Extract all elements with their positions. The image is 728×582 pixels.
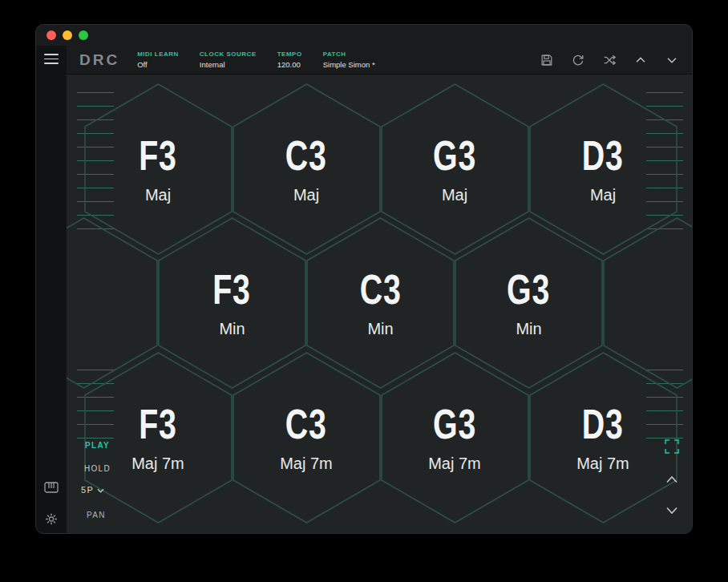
octave-down-chevron-icon[interactable] <box>665 504 678 514</box>
clock-source-value: Internal <box>200 60 257 69</box>
next-patch-chevron-down-icon[interactable] <box>665 53 679 67</box>
pad-chord: Maj 7m <box>428 455 481 473</box>
save-patch-icon[interactable] <box>540 53 554 67</box>
pad-note: G3 <box>433 132 476 180</box>
patch-label: PATCH <box>323 51 375 58</box>
chord-pad-f3-maj7m[interactable]: F3 Maj 7m <box>84 352 233 523</box>
pad-note: C3 <box>285 401 327 448</box>
app-logo: DRC <box>79 51 119 69</box>
settings-gear-icon[interactable] <box>45 512 59 526</box>
chevron-down-icon <box>97 485 104 495</box>
pad-note: F3 <box>213 266 252 313</box>
pad-note: G3 <box>507 266 550 313</box>
sidebar <box>36 46 67 533</box>
pad-note: G3 <box>433 401 476 448</box>
midi-learn-value: Off <box>137 60 179 69</box>
pad-note: F3 <box>139 132 177 180</box>
pad-note: D3 <box>582 401 624 448</box>
keyboard-icon[interactable] <box>44 482 59 493</box>
pad-chord: Maj 7m <box>576 455 629 473</box>
close-window-button[interactable] <box>47 30 56 40</box>
patch-value: Simple Simon * <box>323 60 375 69</box>
pad-note: C3 <box>285 132 327 180</box>
pad-chord: Maj 7m <box>280 455 333 473</box>
pad-chord: Maj <box>442 186 467 204</box>
chord-pad-g3-maj7m[interactable]: G3 Maj 7m <box>381 352 529 523</box>
tempo-control[interactable]: TEMPO 120.00 <box>277 51 302 69</box>
patch-control[interactable]: PATCH Simple Simon * <box>323 51 375 69</box>
pad-note: F3 <box>139 401 177 448</box>
pan-mode-button[interactable]: PAN <box>87 511 106 519</box>
voicing-select[interactable]: 5P <box>81 485 104 495</box>
chord-pad-surface: F3 Maj C3 Maj G3 Maj D3 Maj <box>67 75 692 533</box>
tempo-value: 120.00 <box>277 60 302 69</box>
midi-learn-control[interactable]: MIDI LEARN Off <box>137 51 179 69</box>
voicing-value: 5P <box>81 485 94 495</box>
chord-pad-c3-maj7m[interactable]: C3 Maj 7m <box>233 352 381 523</box>
reload-patch-icon[interactable] <box>571 53 585 67</box>
pad-chord: Maj <box>293 186 319 204</box>
top-toolbar: DRC MIDI LEARN Off CLOCK SOURCE Internal… <box>67 46 692 75</box>
play-mode-button[interactable]: PLAY <box>85 441 110 450</box>
minimize-window-button[interactable] <box>63 30 72 40</box>
header-params: MIDI LEARN Off CLOCK SOURCE Internal TEM… <box>137 51 374 69</box>
pad-chord: Min <box>367 320 393 338</box>
tempo-label: TEMPO <box>277 51 302 58</box>
pad-chord: Maj <box>145 186 171 204</box>
hold-mode-button[interactable]: HOLD <box>84 464 111 473</box>
clock-source-control[interactable]: CLOCK SOURCE Internal <box>200 51 257 69</box>
app-window: DRC MIDI LEARN Off CLOCK SOURCE Internal… <box>35 24 693 534</box>
pad-chord: Min <box>516 320 541 338</box>
pad-chord: Min <box>219 320 245 338</box>
randomize-shuffle-icon[interactable] <box>602 53 617 67</box>
midi-learn-label: MIDI LEARN <box>137 51 179 58</box>
pad-note: C3 <box>360 266 402 313</box>
expand-brackets-icon[interactable] <box>664 439 680 455</box>
menu-icon[interactable] <box>44 54 59 64</box>
titlebar <box>36 25 692 46</box>
clock-source-label: CLOCK SOURCE <box>200 51 257 58</box>
octave-up-chevron-icon[interactable] <box>665 473 678 483</box>
pad-chord: Maj <box>590 186 616 204</box>
pad-note: D3 <box>582 132 624 180</box>
previous-patch-chevron-up-icon[interactable] <box>633 53 648 67</box>
zoom-window-button[interactable] <box>79 30 88 40</box>
chord-pad-d3-maj7m[interactable]: D3 Maj 7m <box>529 352 677 523</box>
pad-chord: Maj 7m <box>131 455 184 473</box>
